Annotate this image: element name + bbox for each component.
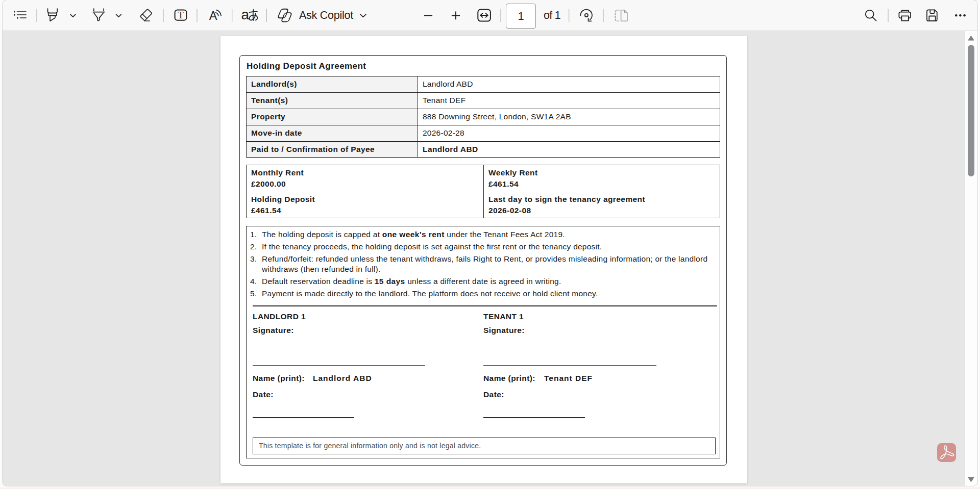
svg-text:T: T bbox=[178, 10, 184, 20]
svg-text:a: a bbox=[241, 7, 250, 22]
svg-text:A: A bbox=[209, 9, 217, 22]
